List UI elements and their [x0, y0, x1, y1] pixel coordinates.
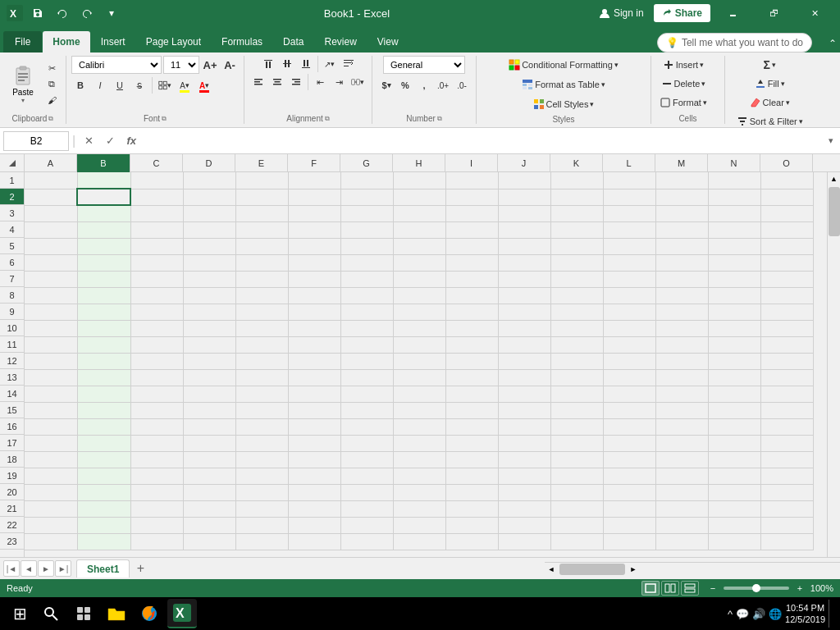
- cell-D5[interactable]: [183, 238, 235, 254]
- cell-D13[interactable]: [183, 369, 235, 386]
- cell-M2[interactable]: [655, 189, 708, 205]
- cell-B18[interactable]: [77, 451, 130, 468]
- cell-H1[interactable]: [393, 172, 445, 189]
- cell-A21[interactable]: [25, 500, 77, 517]
- cell-J9[interactable]: [498, 304, 550, 320]
- cell-K5[interactable]: [550, 238, 603, 254]
- cell-L6[interactable]: [603, 254, 655, 271]
- h-scroll-right-btn[interactable]: ►: [627, 563, 640, 576]
- cell-L4[interactable]: [603, 221, 655, 238]
- cell-K13[interactable]: [550, 369, 603, 386]
- cell-C21[interactable]: [130, 500, 183, 517]
- cell-K19[interactable]: [550, 468, 603, 484]
- cell-K22[interactable]: [550, 517, 603, 533]
- comma-btn[interactable]: ,: [415, 77, 433, 94]
- cell-E16[interactable]: [235, 418, 288, 435]
- align-center-btn[interactable]: [268, 74, 286, 90]
- cell-N10[interactable]: [708, 320, 760, 336]
- font-color-btn[interactable]: A ▾: [195, 77, 213, 94]
- cell-L17[interactable]: [603, 435, 655, 451]
- cell-I6[interactable]: [445, 254, 498, 271]
- row-number-7[interactable]: 7: [0, 271, 24, 287]
- cell-F4[interactable]: [288, 221, 340, 238]
- cell-H19[interactable]: [393, 468, 445, 484]
- cell-A7[interactable]: [25, 271, 77, 287]
- cell-D9[interactable]: [183, 304, 235, 320]
- cell-K16[interactable]: [550, 418, 603, 435]
- cell-J7[interactable]: [498, 271, 550, 287]
- tab-insert[interactable]: Insert: [91, 31, 135, 52]
- cell-O10[interactable]: [760, 320, 813, 336]
- cell-B10[interactable]: [77, 320, 130, 336]
- cell-C3[interactable]: [130, 205, 183, 221]
- cell-L16[interactable]: [603, 418, 655, 435]
- insert-cells-btn[interactable]: Insert ▾: [660, 56, 708, 74]
- cell-B12[interactable]: [77, 353, 130, 369]
- cell-B4[interactable]: [77, 221, 130, 238]
- percent-btn[interactable]: %: [396, 77, 414, 94]
- autosum-btn[interactable]: Σ ▾: [760, 56, 779, 74]
- cell-I14[interactable]: [445, 386, 498, 402]
- cell-D2[interactable]: [183, 189, 235, 205]
- cell-C20[interactable]: [130, 484, 183, 500]
- cell-J4[interactable]: [498, 221, 550, 238]
- cell-C10[interactable]: [130, 320, 183, 336]
- row-number-15[interactable]: 15: [0, 402, 24, 418]
- cell-F8[interactable]: [288, 287, 340, 304]
- cell-G22[interactable]: [340, 517, 393, 533]
- cell-B17[interactable]: [77, 435, 130, 451]
- cell-F1[interactable]: [288, 172, 340, 189]
- cell-J1[interactable]: [498, 172, 550, 189]
- col-header-M[interactable]: M: [655, 154, 708, 172]
- page-layout-view-btn[interactable]: [661, 581, 679, 596]
- cancel-formula-btn[interactable]: ✕: [79, 131, 98, 151]
- cell-N22[interactable]: [708, 517, 760, 533]
- confirm-formula-btn[interactable]: ✓: [100, 131, 120, 151]
- cell-K6[interactable]: [550, 254, 603, 271]
- cell-J6[interactable]: [498, 254, 550, 271]
- cell-H11[interactable]: [393, 336, 445, 353]
- cell-K2[interactable]: [550, 189, 603, 205]
- cell-K4[interactable]: [550, 221, 603, 238]
- cell-C8[interactable]: [130, 287, 183, 304]
- cell-F9[interactable]: [288, 304, 340, 320]
- undo-qat-btn[interactable]: [52, 3, 72, 23]
- cell-G23[interactable]: [340, 533, 393, 550]
- cell-A10[interactable]: [25, 320, 77, 336]
- taskbar-excel-icon[interactable]: X: [167, 599, 197, 628]
- cell-K8[interactable]: [550, 287, 603, 304]
- cell-J17[interactable]: [498, 435, 550, 451]
- share-button[interactable]: Share: [654, 4, 710, 22]
- cell-D10[interactable]: [183, 320, 235, 336]
- cell-E12[interactable]: [235, 353, 288, 369]
- cell-B6[interactable]: [77, 254, 130, 271]
- row-number-10[interactable]: 10: [0, 320, 24, 336]
- format-painter-button[interactable]: 🖌: [43, 93, 61, 107]
- cell-O11[interactable]: [760, 336, 813, 353]
- sheet-nav-prev[interactable]: ◄: [21, 560, 37, 577]
- cell-L5[interactable]: [603, 238, 655, 254]
- cell-J22[interactable]: [498, 517, 550, 533]
- underline-button[interactable]: U: [111, 77, 129, 94]
- cell-N3[interactable]: [708, 205, 760, 221]
- cell-L11[interactable]: [603, 336, 655, 353]
- tab-page-layout[interactable]: Page Layout: [136, 31, 211, 52]
- cell-D22[interactable]: [183, 517, 235, 533]
- row-number-8[interactable]: 8: [0, 287, 24, 304]
- cell-E19[interactable]: [235, 468, 288, 484]
- cell-N16[interactable]: [708, 418, 760, 435]
- sheet-nav-last[interactable]: ►|: [55, 560, 71, 577]
- cell-L12[interactable]: [603, 353, 655, 369]
- cell-B20[interactable]: [77, 484, 130, 500]
- cell-C23[interactable]: [130, 533, 183, 550]
- cell-O17[interactable]: [760, 435, 813, 451]
- cell-E4[interactable]: [235, 221, 288, 238]
- cell-M5[interactable]: [655, 238, 708, 254]
- sheet-tab-sheet1[interactable]: Sheet1: [76, 559, 130, 578]
- cell-F2[interactable]: [288, 189, 340, 205]
- save-qat-btn[interactable]: [28, 3, 48, 23]
- zoom-slider[interactable]: [724, 587, 789, 590]
- cell-D6[interactable]: [183, 254, 235, 271]
- cell-G9[interactable]: [340, 304, 393, 320]
- cell-N21[interactable]: [708, 500, 760, 517]
